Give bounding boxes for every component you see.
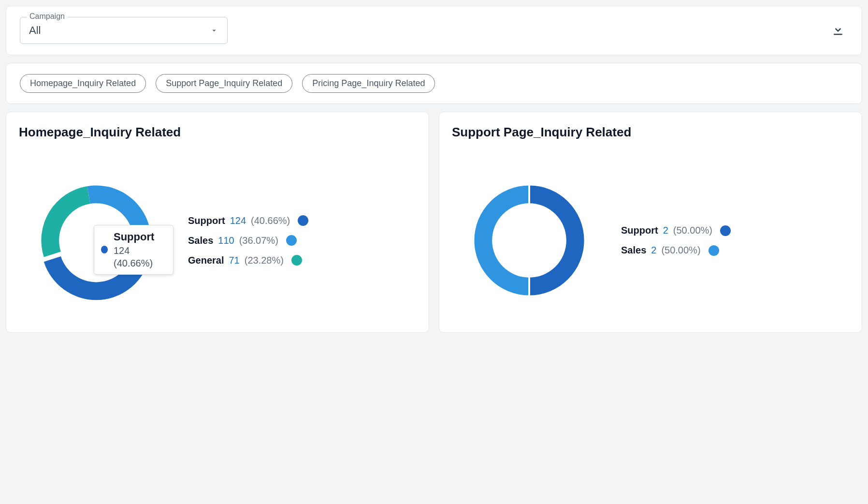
chart-legend: Support 124 (40.66%) Sales 110 (36.07%) … (188, 215, 308, 266)
legend-dot-icon (709, 245, 719, 256)
download-icon (831, 22, 845, 37)
chip-pricing-page-inquiry[interactable]: Pricing Page_Inquiry Related (302, 74, 435, 93)
chart-tooltip: Support 124 (40.66%) (94, 225, 174, 275)
chip-homepage-inquiry[interactable]: Homepage_Inquiry Related (20, 74, 146, 93)
download-button[interactable] (828, 19, 848, 42)
svg-rect-0 (528, 183, 530, 205)
svg-rect-1 (528, 276, 530, 298)
charts-row: Homepage_Inquiry Related (6, 112, 862, 333)
legend-item-general[interactable]: General 71 (23.28%) (188, 255, 308, 266)
legend-item-support[interactable]: Support 2 (50.00%) (621, 225, 731, 236)
donut-chart-support-page (452, 163, 607, 318)
legend-item-support[interactable]: Support 124 (40.66%) (188, 215, 308, 226)
campaign-select-value: All (29, 24, 41, 37)
tooltip-value: 124 (40.66%) (114, 244, 164, 269)
campaign-select[interactable]: Campaign All (20, 17, 228, 44)
donut-chart-homepage: Support 124 (40.66%) (19, 163, 174, 318)
legend-dot-icon (286, 235, 297, 246)
legend-dot-icon (291, 255, 302, 266)
legend-dot-icon (720, 225, 731, 236)
chip-support-page-inquiry[interactable]: Support Page_Inquiry Related (156, 74, 292, 93)
chart-body: Support 124 (40.66%) Support 124 (40.66%… (19, 163, 416, 318)
chart-title: Homepage_Inquiry Related (19, 125, 416, 140)
chart-card-homepage: Homepage_Inquiry Related (6, 112, 429, 333)
chart-title: Support Page_Inquiry Related (452, 125, 849, 140)
campaign-select-label: Campaign (27, 12, 68, 21)
campaign-select-field[interactable]: All (20, 17, 228, 44)
legend-item-sales[interactable]: Sales 2 (50.00%) (621, 245, 731, 256)
legend-item-sales[interactable]: Sales 110 (36.07%) (188, 235, 308, 246)
tooltip-dot-icon (101, 246, 108, 253)
chips-bar: Homepage_Inquiry Related Support Page_In… (6, 63, 862, 104)
legend-dot-icon (298, 215, 308, 226)
chart-legend: Support 2 (50.00%) Sales 2 (50.00%) (621, 225, 731, 256)
chevron-down-icon (210, 26, 218, 35)
chart-body: Support 2 (50.00%) Sales 2 (50.00%) (452, 163, 849, 318)
filter-bar: Campaign All (6, 6, 862, 55)
tooltip-name: Support (114, 230, 164, 244)
chart-card-support-page: Support Page_Inquiry Related (439, 112, 862, 333)
